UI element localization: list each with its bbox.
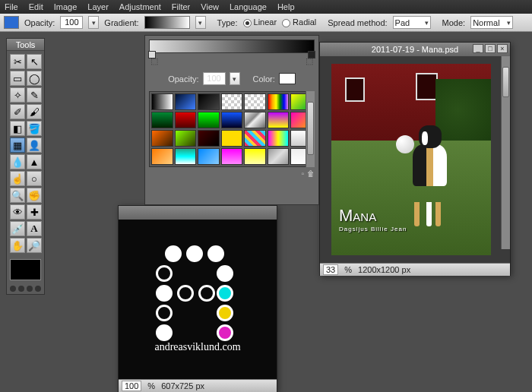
gradient-swatch[interactable] xyxy=(268,148,290,165)
tool-grid: ✂ ↖ ▭ ◯ ✧ ✎ ✐ 🖌 ◧ 🪣 ▦ 👤 💧 ▲ ☝ ○ 🔍 ✊ 👁 ✚ … xyxy=(7,51,44,256)
hand-tool[interactable]: ✋ xyxy=(10,238,25,253)
toolbox-title: Tools xyxy=(7,39,44,51)
mode-label: Mode: xyxy=(442,18,466,27)
sharpen-tool[interactable]: ▲ xyxy=(27,154,42,169)
menu-layer[interactable]: Layer xyxy=(87,2,109,11)
gradient-swatch[interactable] xyxy=(221,130,243,147)
doc1-canvas[interactable]: Mana Dagsljus Billie Jean xyxy=(320,56,510,263)
clone-tool[interactable]: 👤 xyxy=(27,138,42,153)
gradient-swatch[interactable] xyxy=(244,130,266,147)
gradient-swatch[interactable] xyxy=(151,130,173,147)
gradient-dropdown-icon[interactable] xyxy=(195,16,206,29)
gradient-swatch[interactable] xyxy=(151,148,173,165)
eyedropper-tool[interactable]: 💉 xyxy=(10,221,25,236)
type-label: Type: xyxy=(217,18,238,27)
swatch-scroll-thumb[interactable] xyxy=(307,102,314,155)
photo-caption-title: Mana xyxy=(339,206,407,226)
menu-bar: File Edit Image Layer Adjustment Filter … xyxy=(0,0,532,14)
doc2-zoom-unit: % xyxy=(147,381,155,390)
wand-tool[interactable]: ✧ xyxy=(10,87,25,103)
eraser-tool[interactable]: ◧ xyxy=(10,121,25,136)
opacity-input[interactable]: 100 xyxy=(60,16,83,29)
doc1-statusbar: 33 % 1200x1200 px xyxy=(320,263,510,276)
gradient-swatch[interactable] xyxy=(175,148,197,165)
gradient-swatch[interactable] xyxy=(198,148,220,165)
photo-ball xyxy=(396,135,414,153)
gradient-swatch[interactable] xyxy=(198,112,220,128)
swatch-scrollbar[interactable] xyxy=(306,91,315,167)
gradient-swatch[interactable] xyxy=(244,148,266,165)
doc1-titlebar[interactable]: 2011-07-19 - Mana.psd _ □ × xyxy=(320,43,510,56)
type-linear-radio[interactable]: Linear xyxy=(243,17,277,27)
gradient-swatch[interactable] xyxy=(268,112,290,128)
scrollbar-thumb[interactable] xyxy=(502,67,509,97)
gradient-swatch[interactable] xyxy=(221,112,243,128)
zoom-tool[interactable]: 🔎 xyxy=(27,238,42,253)
heal-tool[interactable]: ✚ xyxy=(27,204,42,220)
color-well[interactable] xyxy=(10,259,41,280)
gradient-tool[interactable]: ▦ xyxy=(10,138,25,153)
menu-adjustment[interactable]: Adjustment xyxy=(119,2,161,11)
menu-file[interactable]: File xyxy=(5,2,18,11)
pencil-tool[interactable]: ✐ xyxy=(10,104,25,119)
menu-image[interactable]: Image xyxy=(54,2,78,11)
gradient-swatch[interactable] xyxy=(175,130,197,147)
menu-view[interactable]: View xyxy=(201,2,219,11)
gradient-swatch[interactable] xyxy=(151,112,173,128)
doc2-zoom-input[interactable]: 100 xyxy=(122,381,141,391)
spread-select[interactable]: Pad xyxy=(393,16,431,29)
gradient-preview[interactable] xyxy=(144,16,190,29)
redeye-tool[interactable]: 👁 xyxy=(10,204,25,220)
gradient-swatch[interactable] xyxy=(151,93,173,110)
opacity-dropdown-icon[interactable] xyxy=(88,16,99,29)
doc1-title: 2011-07-19 - Mana.psd xyxy=(372,45,458,54)
gradient-label: Gradient: xyxy=(104,18,138,27)
brush-tool[interactable]: 🖌 xyxy=(27,104,42,119)
menu-help[interactable]: Help xyxy=(277,2,295,11)
gp-opacity-dropdown-icon[interactable] xyxy=(230,72,240,85)
opacity-label: Opacity: xyxy=(24,18,55,27)
type-tool[interactable]: A xyxy=(27,221,42,236)
close-button[interactable]: × xyxy=(497,44,508,53)
burn-tool[interactable]: ✊ xyxy=(27,188,42,203)
gp-opacity-label: Opacity: xyxy=(168,74,198,84)
sponge-tool[interactable]: ○ xyxy=(27,171,42,186)
gradient-swatch[interactable] xyxy=(268,130,290,147)
gradient-swatch[interactable] xyxy=(268,93,290,110)
gradient-swatch[interactable] xyxy=(198,93,220,110)
gp-opacity-input[interactable]: 100 xyxy=(203,72,226,85)
minimize-button[interactable]: _ xyxy=(473,44,483,53)
doc1-scrollbar[interactable] xyxy=(501,56,510,249)
gradient-swatch[interactable] xyxy=(221,93,243,110)
dodge-tool[interactable]: 🔍 xyxy=(10,188,25,203)
crop-tool[interactable]: ✂ xyxy=(10,54,25,69)
maximize-button[interactable]: □ xyxy=(485,44,496,53)
blur-tool[interactable]: 💧 xyxy=(10,154,25,169)
move-tool[interactable]: ↖ xyxy=(27,54,42,69)
menu-filter[interactable]: Filter xyxy=(172,2,190,11)
pen-tool[interactable]: ✎ xyxy=(27,87,42,103)
marquee-tool[interactable]: ▭ xyxy=(10,71,25,86)
gradient-swatch[interactable] xyxy=(198,130,220,147)
gp-color-well[interactable] xyxy=(279,73,296,84)
type-radial-radio[interactable]: Radial xyxy=(282,17,316,27)
gradient-swatch[interactable] xyxy=(175,93,197,110)
gradient-swatch[interactable] xyxy=(244,93,266,110)
gradient-swatch[interactable] xyxy=(221,148,243,165)
doc2-canvas[interactable]: andreasviklund.com xyxy=(119,220,277,379)
doc1-zoom-input[interactable]: 33 xyxy=(323,264,338,275)
spread-value: Pad xyxy=(395,18,410,27)
gradient-swatch[interactable] xyxy=(175,112,197,128)
doc2-titlebar[interactable] xyxy=(119,206,277,220)
menu-edit[interactable]: Edit xyxy=(29,2,43,11)
smudge-tool[interactable]: ☝ xyxy=(10,171,25,186)
mode-select[interactable]: Normal xyxy=(470,16,513,29)
gradient-editor-strip[interactable] xyxy=(149,40,315,53)
lasso-tool[interactable]: ◯ xyxy=(27,71,42,86)
bucket-tool[interactable]: 🪣 xyxy=(27,121,42,136)
new-swatch-icon[interactable]: ▫ xyxy=(301,169,304,178)
menu-language[interactable]: Language xyxy=(230,2,267,11)
foreground-color-swatch[interactable] xyxy=(4,16,19,29)
delete-swatch-icon[interactable]: 🗑 xyxy=(307,169,315,178)
gradient-swatch[interactable] xyxy=(244,112,266,128)
